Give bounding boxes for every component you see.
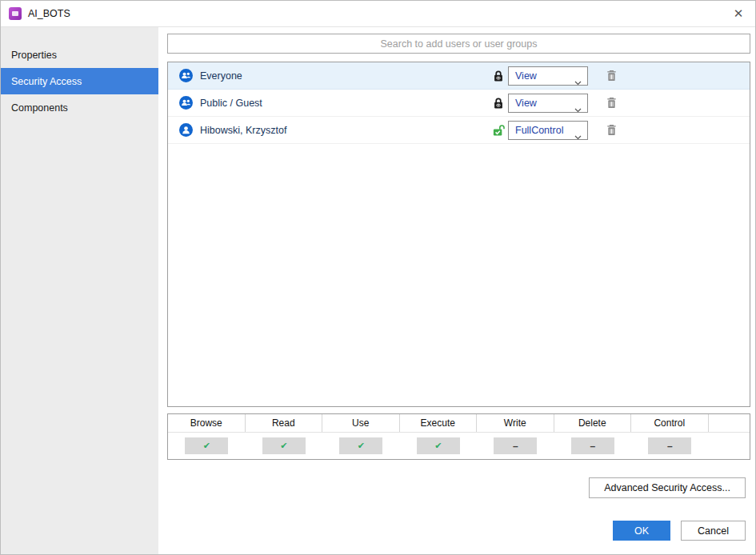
window-title: AI_BOTS — [28, 8, 70, 19]
user-row[interactable]: Hibowski, Krzysztof FullControl — [168, 117, 750, 144]
chevron-down-icon — [574, 102, 582, 116]
chevron-down-icon — [574, 129, 582, 143]
perm-column-execute: Execute — [400, 414, 478, 432]
locked-padlock-icon — [492, 70, 505, 82]
sidebar-item-security-access[interactable]: Security Access — [1, 68, 158, 94]
locked-padlock-icon — [492, 97, 505, 110]
perm-denied-chip: – — [494, 437, 537, 454]
sidebar-item-label: Properties — [11, 50, 57, 61]
perm-value-cell: – — [631, 437, 709, 454]
unlocked-padlock-icon — [492, 124, 505, 137]
perm-value-cell: ✔ — [400, 437, 478, 454]
perm-column-use: Use — [322, 414, 400, 432]
permission-select[interactable]: View — [508, 66, 588, 86]
perm-granted-chip: ✔ — [417, 437, 460, 454]
perm-granted-chip: ✔ — [262, 437, 306, 454]
sidebar-item-label: Security Access — [11, 76, 82, 87]
chevron-down-icon — [574, 74, 582, 89]
user-row[interactable]: Everyone View — [168, 62, 750, 90]
sidebar-item-label: Components — [11, 102, 68, 114]
permissions-table-header: BrowseReadUseExecuteWriteDeleteControl — [168, 414, 750, 433]
permission-select[interactable]: FullControl — [508, 121, 588, 140]
perm-value-cell: ✔ — [168, 437, 246, 454]
perm-value-cell: ✔ — [246, 437, 323, 454]
perm-column-browse: Browse — [168, 414, 246, 432]
permissions-table: BrowseReadUseExecuteWriteDeleteControl ✔… — [167, 413, 750, 460]
perm-granted-chip: ✔ — [185, 437, 228, 454]
user-name: Everyone — [200, 70, 242, 82]
app-icon — [9, 7, 22, 20]
perm-denied-chip: – — [648, 437, 691, 454]
delete-user-icon[interactable] — [604, 69, 618, 84]
perm-granted-chip: ✔ — [339, 437, 382, 454]
perm-column-delete: Delete — [554, 414, 632, 432]
permission-value: View — [515, 70, 537, 82]
perm-denied-chip: – — [571, 437, 614, 454]
perm-value-cell: ✔ — [322, 437, 400, 454]
perm-column-write: Write — [477, 414, 554, 432]
user-name: Hibowski, Krzysztof — [200, 125, 286, 136]
permission-value: View — [515, 98, 537, 109]
user-group-icon — [179, 96, 193, 110]
security-access-dialog: AI_BOTS ✕ Properties Security Access Com… — [0, 0, 756, 555]
search-box — [167, 34, 750, 54]
user-row[interactable]: Public / Guest View — [168, 90, 750, 117]
perm-value-cell: – — [554, 437, 632, 454]
advanced-security-access-button[interactable]: Advanced Security Access... — [589, 477, 746, 498]
permission-select[interactable]: View — [508, 94, 588, 113]
user-group-icon — [179, 69, 193, 82]
delete-user-icon[interactable] — [604, 96, 618, 111]
user-name: Public / Guest — [200, 98, 262, 109]
permissions-table-values: ✔✔✔✔––– — [168, 433, 750, 459]
cancel-button[interactable]: Cancel — [681, 521, 746, 541]
delete-user-icon[interactable] — [604, 123, 618, 138]
perm-column-control: Control — [631, 414, 709, 432]
close-icon[interactable]: ✕ — [730, 6, 746, 22]
sidebar-nav: Properties Security Access Components — [1, 27, 158, 554]
perm-column-read: Read — [246, 414, 323, 432]
user-person-icon — [179, 123, 193, 137]
permission-value: FullControl — [515, 125, 563, 136]
search-input[interactable] — [167, 34, 750, 54]
user-list: Everyone View — [167, 62, 750, 407]
ok-button[interactable]: OK — [613, 521, 670, 541]
sidebar-item-components[interactable]: Components — [1, 94, 158, 121]
perm-value-cell: – — [477, 437, 554, 454]
sidebar-item-properties[interactable]: Properties — [1, 42, 158, 68]
titlebar: AI_BOTS ✕ — [1, 1, 755, 27]
